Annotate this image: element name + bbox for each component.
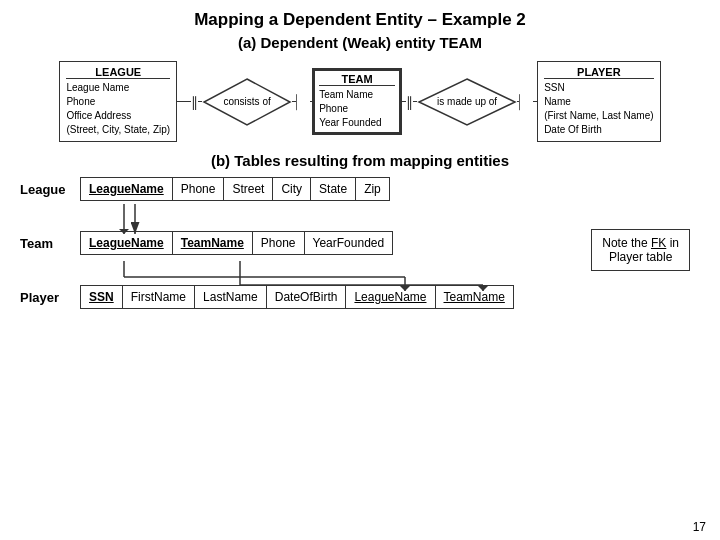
erd-entity-team: TEAM Team NamePhoneYear Founded	[312, 68, 402, 135]
diamond-consists-of-label: consists of	[224, 96, 271, 107]
erd-entity-league: LEAGUE League NamePhoneOffice Address(St…	[59, 61, 177, 142]
player-col-teamname: TeamName	[436, 286, 513, 308]
league-col-state: State	[311, 178, 356, 200]
team-label: Team	[20, 236, 80, 251]
note-fk: FK	[651, 236, 666, 250]
erd-diagram: LEAGUE League NamePhoneOffice Address(St…	[20, 59, 700, 144]
diamond-made-up-of-label: is made up of	[437, 96, 497, 107]
entity-league-body: League NamePhoneOffice Address(Street, C…	[66, 81, 170, 137]
team-table: LeagueName TeamName Phone YearFounded	[80, 231, 393, 255]
entity-team-title: TEAM	[319, 73, 395, 86]
league-col-phone: Phone	[173, 178, 225, 200]
player-label: Player	[20, 290, 80, 305]
league-row: League LeagueName Phone Street City Stat…	[20, 177, 700, 201]
team-col-leaguename: LeagueName	[81, 232, 173, 254]
league-col-name: LeagueName	[81, 178, 173, 200]
spacer-1	[20, 201, 700, 231]
erd-entity-player: PLAYER SSNName(First Name, Last Name)Dat…	[537, 61, 660, 142]
page: Mapping a Dependent Entity – Example 2 (…	[0, 0, 720, 540]
team-row: Team LeagueName TeamName Phone YearFound…	[20, 231, 700, 255]
player-col-firstname: FirstName	[123, 286, 195, 308]
league-label: League	[20, 182, 80, 197]
note-box: Note the FK in Player table	[591, 229, 690, 271]
league-table: LeagueName Phone Street City State Zip	[80, 177, 390, 201]
connector-1: ∥	[177, 95, 202, 109]
league-col-street: Street	[224, 178, 273, 200]
league-col-zip: Zip	[356, 178, 389, 200]
team-col-yearfounded: YearFounded	[305, 232, 393, 254]
entity-player-body: SSNName(First Name, Last Name)Date Of Bi…	[544, 81, 653, 137]
entity-league-title: LEAGUE	[66, 66, 170, 79]
player-col-lastname: LastName	[195, 286, 267, 308]
entity-player-title: PLAYER	[544, 66, 653, 79]
connector-4: ⎸	[517, 93, 537, 111]
connector-3: ∥	[402, 95, 417, 109]
league-col-city: City	[273, 178, 311, 200]
team-col-teamname: TeamName	[173, 232, 253, 254]
player-col-leaguename: LeagueName	[346, 286, 435, 308]
page-number: 17	[693, 520, 706, 534]
team-col-phone: Phone	[253, 232, 305, 254]
player-col-ssn: SSN	[81, 286, 123, 308]
section-b-title: (b) Tables resulting from mapping entiti…	[20, 152, 700, 169]
player-table: SSN FirstName LastName DateOfBirth Leagu…	[80, 285, 514, 309]
entity-team-body: Team NamePhoneYear Founded	[319, 88, 395, 130]
diamond-consists-of: consists of	[202, 77, 292, 127]
section-a-title: (a) Dependent (Weak) entity TEAM	[20, 34, 700, 51]
main-title: Mapping a Dependent Entity – Example 2	[20, 10, 700, 30]
diamond-made-up-of: is made up of	[417, 77, 517, 127]
player-row: Player SSN FirstName LastName DateOfBirt…	[20, 285, 700, 309]
tables-area: League LeagueName Phone Street City Stat…	[20, 177, 700, 309]
connector-2: ⎸	[292, 93, 312, 111]
player-col-dob: DateOfBirth	[267, 286, 347, 308]
